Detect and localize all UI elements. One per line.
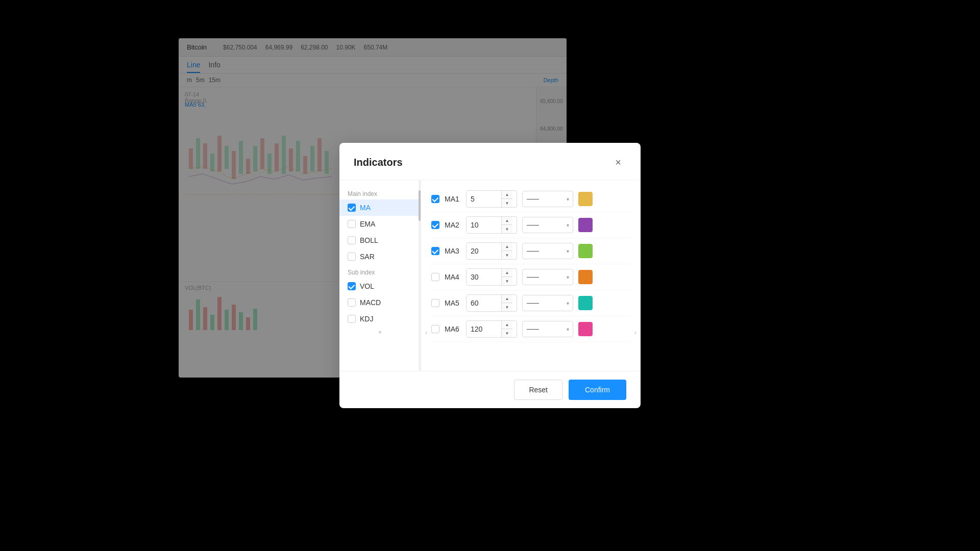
ma1-row: MA1 ▲ ▼ —— - - ··· ▾	[431, 186, 630, 212]
sidebar: Main index MA EMA BOLL SAR	[339, 180, 421, 371]
ma5-spinners: ▲ ▼	[501, 295, 512, 311]
ma3-line-select-wrap: —— - - ··· ▾	[522, 243, 573, 259]
ma6-spinners: ▲ ▼	[501, 321, 512, 337]
boll-label: BOLL	[360, 236, 378, 244]
ma5-color-swatch[interactable]	[578, 296, 593, 310]
ma6-spinner-up[interactable]: ▲	[502, 321, 512, 329]
modal-header: Indicators ×	[339, 143, 641, 180]
confirm-button[interactable]: Confirm	[569, 380, 626, 400]
kdj-checkbox[interactable]	[348, 315, 356, 323]
ma3-value-input[interactable]	[467, 243, 501, 259]
ma6-line-select-wrap: —— - - ··· ▾	[522, 321, 573, 337]
sar-label: SAR	[360, 253, 375, 261]
ma-checkbox[interactable]	[348, 204, 356, 212]
ma6-line-select[interactable]: —— - - ···	[522, 321, 573, 337]
scroll-right-arrow[interactable]: ›	[630, 325, 641, 340]
ma5-spinner-down[interactable]: ▼	[502, 303, 512, 311]
vol-checkbox[interactable]	[348, 282, 356, 290]
ma3-spinner-down[interactable]: ▼	[502, 251, 512, 259]
ma5-spinner-up[interactable]: ▲	[502, 295, 512, 303]
ma6-checkbox[interactable]	[431, 325, 439, 333]
ma-label: MA	[360, 204, 371, 212]
ma6-value-input[interactable]	[467, 321, 501, 337]
sidebar-item-ma[interactable]: MA	[339, 199, 421, 216]
ma3-spinner-up[interactable]: ▲	[502, 243, 512, 251]
ma4-color-swatch[interactable]	[578, 270, 593, 284]
ma5-checkbox[interactable]	[431, 299, 439, 307]
sidebar-scrollbar-thumb	[419, 190, 421, 221]
ma1-input-wrap: ▲ ▼	[466, 190, 517, 208]
ma1-label: MA1	[445, 195, 461, 203]
ma2-label: MA2	[445, 221, 461, 229]
boll-checkbox[interactable]	[348, 236, 356, 244]
macd-label: MACD	[360, 298, 381, 307]
sidebar-item-vol[interactable]: VOL	[339, 278, 421, 294]
ma2-checkbox[interactable]	[431, 221, 439, 229]
ma4-input-wrap: ▲ ▼	[466, 268, 517, 286]
sidebar-item-macd[interactable]: MACD	[339, 294, 421, 311]
ma1-spinners: ▲ ▼	[501, 191, 512, 207]
ma2-spinner-down[interactable]: ▼	[502, 225, 512, 233]
modal-body: Main index MA EMA BOLL SAR	[339, 180, 641, 371]
ma5-line-select-wrap: —— - - ··· ▾	[522, 295, 573, 311]
close-button[interactable]: ×	[610, 154, 626, 170]
scroll-left-arrow[interactable]: ‹	[421, 325, 431, 340]
ema-checkbox[interactable]	[348, 220, 356, 228]
ma2-line-select[interactable]: —— - - ···	[522, 217, 573, 233]
ma4-line-select[interactable]: —— - - ···	[522, 269, 573, 285]
kdj-label: KDJ	[360, 315, 373, 323]
ma3-label: MA3	[445, 247, 461, 255]
sidebar-scroll-down: ▼	[339, 327, 421, 337]
ma3-color-swatch[interactable]	[578, 244, 593, 258]
indicators-modal: Indicators × Main index MA EMA BOLL	[339, 143, 641, 408]
scroll-arrows: ‹ ›	[431, 346, 630, 350]
ma6-color-swatch[interactable]	[578, 322, 593, 336]
ma1-value-input[interactable]	[467, 191, 501, 207]
ma3-input-wrap: ▲ ▼	[466, 242, 517, 260]
modal-footer: Reset Confirm	[339, 371, 641, 408]
ma2-row: MA2 ▲ ▼ —— - - ··· ▾	[431, 212, 630, 238]
vol-label: VOL	[360, 282, 374, 290]
ma1-line-select[interactable]: —— - - ···	[522, 191, 573, 207]
ma5-row: MA5 ▲ ▼ —— - - ··· ▾	[431, 290, 630, 316]
ma4-value-input[interactable]	[467, 269, 501, 285]
modal-title: Indicators	[354, 157, 403, 168]
ma4-label: MA4	[445, 273, 461, 281]
ma6-label: MA6	[445, 325, 461, 333]
ma2-line-select-wrap: —— - - ··· ▾	[522, 217, 573, 233]
ma3-checkbox[interactable]	[431, 247, 439, 255]
ma3-row: MA3 ▲ ▼ —— - - ··· ▾	[431, 238, 630, 264]
modal-overlay: Indicators × Main index MA EMA BOLL	[0, 0, 980, 551]
ma2-spinners: ▲ ▼	[501, 217, 512, 233]
ma2-input-wrap: ▲ ▼	[466, 216, 517, 234]
ma2-color-swatch[interactable]	[578, 218, 593, 232]
ma5-value-input[interactable]	[467, 295, 501, 311]
ma2-spinner-up[interactable]: ▲	[502, 217, 512, 225]
ma4-row: MA4 ▲ ▼ —— - - ··· ▾	[431, 264, 630, 290]
ma6-spinner-down[interactable]: ▼	[502, 329, 512, 337]
ma4-line-select-wrap: —— - - ··· ▾	[522, 269, 573, 285]
ma6-row: MA6 ▲ ▼ —— - - ··· ▾	[431, 316, 630, 342]
ma1-spinner-up[interactable]: ▲	[502, 191, 512, 199]
reset-button[interactable]: Reset	[514, 380, 562, 400]
sar-checkbox[interactable]	[348, 253, 356, 261]
ma4-spinner-down[interactable]: ▼	[502, 277, 512, 285]
ma2-value-input[interactable]	[467, 217, 501, 233]
ma3-spinners: ▲ ▼	[501, 243, 512, 259]
ma4-spinner-up[interactable]: ▲	[502, 269, 512, 277]
sidebar-item-kdj[interactable]: KDJ	[339, 311, 421, 327]
macd-checkbox[interactable]	[348, 298, 356, 307]
ma1-line-select-wrap: —— - - ··· ▾	[522, 191, 573, 207]
sidebar-item-sar[interactable]: SAR	[339, 248, 421, 265]
ma4-spinners: ▲ ▼	[501, 269, 512, 285]
ma3-line-select[interactable]: —— - - ···	[522, 243, 573, 259]
sidebar-item-ema[interactable]: EMA	[339, 216, 421, 232]
ma5-line-select[interactable]: —— - - ···	[522, 295, 573, 311]
sub-index-label: Sub index	[339, 265, 421, 278]
ma1-spinner-down[interactable]: ▼	[502, 199, 512, 207]
ma4-checkbox[interactable]	[431, 273, 439, 281]
ma1-checkbox[interactable]	[431, 195, 439, 203]
sidebar-item-boll[interactable]: BOLL	[339, 232, 421, 248]
sidebar-scrollbar	[419, 180, 421, 371]
ma1-color-swatch[interactable]	[578, 192, 593, 206]
